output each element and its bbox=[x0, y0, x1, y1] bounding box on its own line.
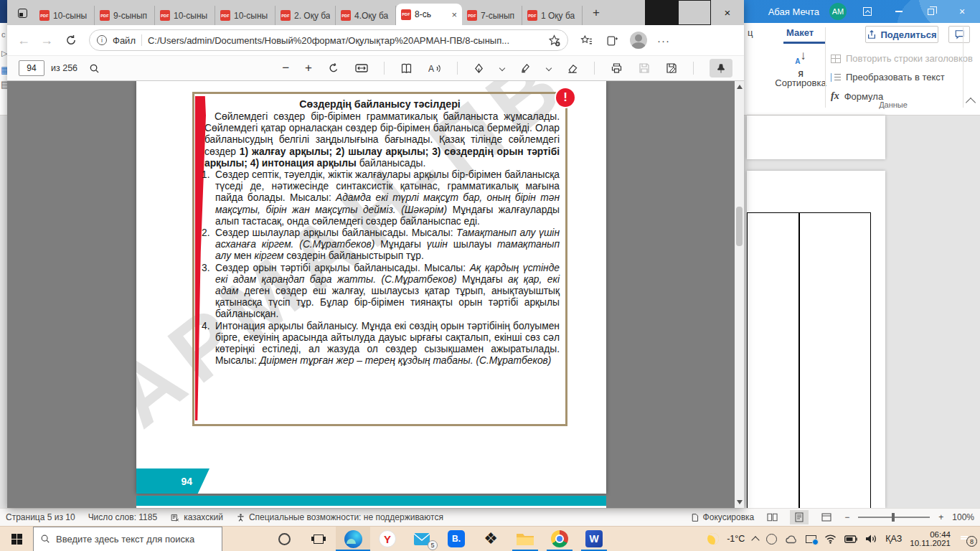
browser-tab[interactable]: PDF10-сыны bbox=[155, 6, 215, 25]
volume-icon[interactable] bbox=[865, 534, 877, 544]
zoom-in-button[interactable]: + bbox=[305, 61, 312, 75]
zoom-out-button[interactable]: − bbox=[282, 61, 289, 75]
weather-moon-icon[interactable] bbox=[707, 533, 719, 545]
cortana-button[interactable] bbox=[267, 527, 301, 551]
scroll-down-icon[interactable] bbox=[737, 500, 743, 504]
pin-toolbar-button[interactable] bbox=[710, 59, 732, 77]
address-url[interactable]: C:/Users/admin/Documents/Новый%20формат/… bbox=[148, 35, 542, 46]
print-button[interactable] bbox=[611, 62, 623, 74]
task-view-button[interactable] bbox=[301, 527, 336, 551]
taskbar-dropbox[interactable]: ❖ bbox=[473, 527, 508, 551]
forward-button[interactable]: → bbox=[40, 33, 53, 48]
word-tab-layout[interactable]: Макет bbox=[786, 27, 814, 38]
tab-actions-button[interactable] bbox=[13, 4, 32, 22]
edge-maximize-button[interactable] bbox=[678, 0, 711, 25]
zoom-slider-thumb[interactable] bbox=[892, 513, 895, 522]
erase-button[interactable] bbox=[567, 63, 578, 74]
taskbar-search-box[interactable] bbox=[33, 527, 222, 551]
tray-expand-icon[interactable] bbox=[752, 536, 760, 544]
word-close-button[interactable]: × bbox=[951, 0, 973, 23]
split-screen-button[interactable] bbox=[604, 32, 620, 48]
status-word-count[interactable]: Число слов: 1185 bbox=[88, 512, 158, 522]
page-info-icon[interactable]: i bbox=[97, 35, 107, 45]
share-button[interactable]: Поделиться bbox=[865, 26, 938, 43]
pdf-viewer-area[interactable]: АРМАН-ПВ ! Сөздердің байланысу тәсілдері… bbox=[7, 81, 744, 508]
browser-tab[interactable]: PDF7-сынып bbox=[462, 6, 522, 25]
fit-to-width-button[interactable] bbox=[355, 63, 368, 73]
sort-button[interactable]: А↓ Я bbox=[786, 49, 815, 80]
highlight-options-chevron-icon[interactable] bbox=[546, 65, 552, 71]
word-minimize-button[interactable] bbox=[888, 0, 910, 23]
collapse-ribbon-icon[interactable] bbox=[966, 98, 976, 108]
start-button[interactable] bbox=[0, 527, 33, 551]
tab-close-icon[interactable]: × bbox=[450, 9, 457, 20]
browser-tab[interactable]: PDF4.Оқу ба bbox=[336, 6, 396, 25]
zoom-level[interactable]: 100% bbox=[952, 512, 974, 522]
pdf-page[interactable]: АРМАН-ПВ ! Сөздердің байланысу тәсілдері… bbox=[136, 81, 606, 494]
edge-minimize-button[interactable] bbox=[645, 0, 678, 25]
scroll-up-icon[interactable] bbox=[737, 85, 743, 89]
zoom-in-button[interactable]: + bbox=[938, 512, 943, 522]
word-account-name[interactable]: Абая Мечта bbox=[768, 6, 819, 17]
refresh-button[interactable] bbox=[63, 32, 79, 48]
notification-center-button[interactable]: 8 bbox=[958, 533, 973, 545]
status-accessibility[interactable]: Специальные возможности: не поддерживают… bbox=[236, 512, 443, 522]
wifi-icon[interactable] bbox=[824, 534, 837, 544]
focus-mode-button[interactable]: Фокусировка bbox=[690, 512, 755, 522]
profile-avatar[interactable] bbox=[630, 32, 647, 49]
status-page-indicator[interactable]: Страница 5 из 10 bbox=[6, 512, 75, 522]
status-language[interactable]: казахский bbox=[170, 512, 223, 522]
page-view-button[interactable] bbox=[400, 63, 413, 74]
address-bar[interactable]: i Файл C:/Users/admin/Documents/Новый%20… bbox=[89, 29, 568, 51]
rotate-button[interactable] bbox=[328, 62, 339, 74]
taskbar-word[interactable]: W bbox=[577, 527, 611, 551]
browser-tab-active[interactable]: PDF8-сь× bbox=[396, 4, 462, 25]
taskbar-yandex[interactable]: Y bbox=[370, 527, 405, 551]
word-ribbon-options-button[interactable] bbox=[857, 0, 878, 23]
edge-close-button[interactable]: × bbox=[711, 0, 744, 25]
web-layout-button[interactable] bbox=[817, 510, 836, 524]
draw-options-chevron-icon[interactable] bbox=[499, 65, 505, 71]
display-update-icon[interactable] bbox=[806, 535, 816, 543]
draw-button[interactable] bbox=[473, 63, 484, 74]
add-favorite-icon[interactable] bbox=[548, 34, 560, 47]
taskbar-vk[interactable]: B. bbox=[439, 527, 473, 551]
search-input[interactable] bbox=[56, 534, 207, 545]
zoom-out-button[interactable]: − bbox=[844, 512, 849, 522]
print-layout-button[interactable] bbox=[790, 510, 809, 524]
temperature-label[interactable]: -1°C bbox=[727, 534, 745, 544]
convert-to-text-button[interactable]: Преобразовать в текст bbox=[831, 72, 945, 83]
new-tab-button[interactable]: + bbox=[587, 4, 606, 22]
keyboard-language[interactable]: ҚАЗ bbox=[885, 534, 902, 544]
browser-tab[interactable]: PDF1 Оқу ба bbox=[522, 6, 583, 25]
word-restore-button[interactable] bbox=[920, 0, 941, 23]
browser-tab[interactable]: PDF2. Оқу ба bbox=[275, 6, 336, 25]
onedrive-cloud-icon[interactable] bbox=[785, 534, 798, 544]
read-aloud-button[interactable]: A bbox=[428, 63, 441, 74]
taskbar-mail[interactable]: 5 bbox=[405, 527, 439, 551]
page-number-input[interactable] bbox=[19, 60, 44, 76]
pdf-scrollbar[interactable] bbox=[735, 81, 744, 508]
word-avatar[interactable]: AM bbox=[829, 3, 847, 20]
word-table-outline[interactable] bbox=[747, 212, 871, 508]
favorites-button[interactable] bbox=[578, 32, 594, 48]
word-tab-fragment[interactable]: ц bbox=[748, 27, 753, 38]
taskbar-explorer[interactable] bbox=[508, 527, 542, 551]
read-mode-button[interactable] bbox=[763, 510, 781, 524]
taskbar-edge[interactable] bbox=[336, 527, 370, 551]
comments-button[interactable] bbox=[948, 26, 970, 43]
battery-icon[interactable] bbox=[844, 535, 857, 543]
browser-tab[interactable]: PDF10-сыны bbox=[215, 6, 275, 25]
save-as-button[interactable] bbox=[666, 62, 677, 74]
tray-app-icon[interactable] bbox=[766, 534, 777, 545]
scrollbar-thumb[interactable] bbox=[736, 207, 743, 246]
back-button[interactable]: ← bbox=[17, 33, 30, 48]
browser-tab[interactable]: PDF9-сынып bbox=[95, 6, 155, 25]
zoom-slider[interactable] bbox=[858, 517, 930, 518]
settings-menu-button[interactable]: ··· bbox=[657, 34, 670, 47]
taskbar-chrome[interactable] bbox=[542, 527, 577, 551]
highlight-button[interactable] bbox=[520, 63, 531, 74]
pdf-search-button[interactable] bbox=[89, 63, 100, 74]
browser-tab[interactable]: PDF10-сыны bbox=[34, 6, 95, 25]
clock[interactable]: 06:44 10.11.2021 bbox=[910, 530, 951, 547]
